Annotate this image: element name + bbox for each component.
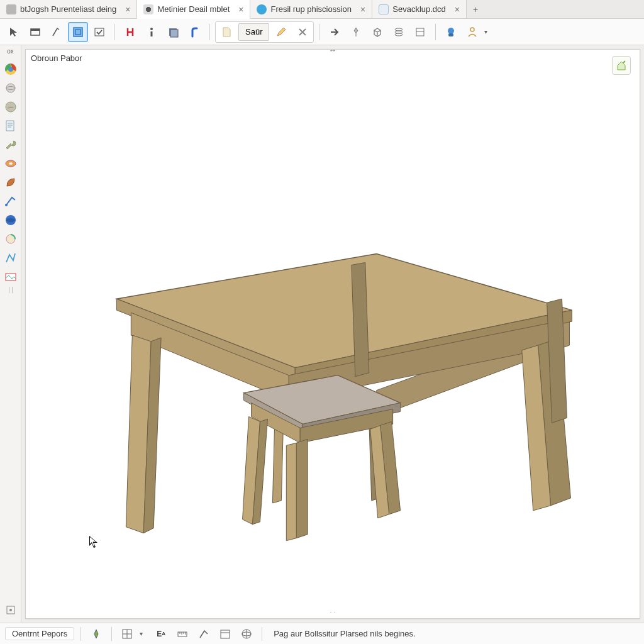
viewport-footer-mark: · · [330,608,335,616]
cube-tool[interactable] [367,22,387,42]
wrench-icon[interactable] [2,136,19,153]
person-tool[interactable] [462,22,482,42]
pencil-tool[interactable] [272,23,291,41]
status-separator [80,627,81,641]
3d-viewport[interactable]: ↔ Obroun Pabor [25,49,640,619]
layers-tool[interactable] [163,22,183,42]
chrome-icon[interactable] [2,60,19,78]
robot-tool[interactable] [441,22,461,42]
toolbox-grip[interactable] [0,287,21,293]
mouse-cursor-icon [89,535,99,549]
svg-rect-63 [221,630,230,638]
gear-icon [143,4,153,14]
tab-0[interactable]: btJogsh Purenteliast deing × [0,0,137,18]
close-icon[interactable]: × [125,5,130,14]
tab-3[interactable]: Sevacklup.dcd × [372,0,467,18]
screenshot-icon[interactable] [2,268,19,286]
toolbar-separator [319,24,319,40]
status-bar: Oentrnt Pepors ▾ EA Pag aur Bollssitur P… [0,623,644,644]
snap-icon[interactable] [2,601,19,619]
sweep-icon[interactable] [2,192,19,210]
status-separator [262,627,262,641]
window-tool[interactable] [25,22,45,42]
svg-point-14 [448,28,454,34]
svg-point-5 [150,28,153,30]
tab-label: Fresil rup phisciossion [270,4,352,14]
status-mode-label: Oentrnt Pepors [12,629,67,638]
doc-icon [6,4,16,14]
svg-rect-8 [170,30,178,37]
arrow-next-tool[interactable] [325,22,345,42]
svg-rect-22 [6,121,14,131]
svg-point-19 [6,84,15,92]
svg-rect-12 [416,28,424,36]
new-tab-button[interactable]: + [467,0,484,18]
svg-point-33 [9,609,12,611]
toolbox-header: ox [7,48,14,59]
tab-1[interactable]: Metinier Deail mblet × [137,0,250,19]
sheet-tool[interactable] [217,23,236,41]
select-box-tool[interactable] [68,22,88,42]
status-message: Pag aur Bollssitur Plarsed nils begines. [274,629,415,638]
world-icon[interactable] [238,626,255,642]
status-mode-button[interactable]: Oentrnt Pepors [5,627,74,640]
compass-icon[interactable] [87,626,105,642]
sphere-icon[interactable] [2,79,19,97]
main-toolbar: Saûr ▾ [0,19,644,45]
svg-rect-2 [74,28,82,36]
close-icon[interactable]: × [455,5,460,14]
svg-marker-57 [296,439,308,538]
svg-point-9 [395,28,402,31]
left-toolbox: ox [0,45,21,623]
status-separator [111,627,112,641]
pin-tool[interactable] [346,22,366,42]
tab-2[interactable]: Fresil rup phisciossion × [250,0,372,18]
viewport-container: ↔ Obroun Pabor [21,45,644,623]
sketch-icon[interactable] [195,626,213,642]
workspace: ox ↔ Obroun Pabor [0,45,644,623]
dropdown-icon[interactable]: ▾ [481,22,490,42]
close-icon[interactable]: × [238,5,243,14]
svg-point-16 [470,28,474,31]
extrude-tool[interactable] [184,22,204,42]
pen-angle-tool[interactable] [47,22,67,42]
torus-icon[interactable] [2,155,19,172]
tab-label: Metinier Deail mblet [157,4,230,14]
globe-icon[interactable] [2,211,19,229]
calendar-icon[interactable] [216,626,234,642]
model-scene [26,50,640,618]
grid-icon[interactable] [118,626,136,642]
tab-label: btJogsh Purenteliast deing [20,4,116,14]
svg-point-10 [395,31,402,33]
app-icon [257,4,267,14]
path-icon[interactable] [2,249,19,267]
svg-rect-6 [151,31,153,36]
measure-icon[interactable] [174,626,191,642]
environment-icon[interactable] [2,98,19,116]
tab-label: Sevacklup.dcd [392,4,446,14]
svg-point-11 [395,33,402,36]
checklist-tool[interactable] [89,22,109,42]
save-label: Saûr [245,27,262,36]
svg-point-28 [5,204,8,206]
delete-tool[interactable] [293,23,312,41]
svg-rect-1 [31,29,40,31]
save-button[interactable]: Saûr [238,23,269,41]
svg-marker-58 [286,443,296,540]
loop-icon[interactable] [2,230,19,248]
leaf-icon[interactable] [2,174,19,191]
constraint-tool[interactable] [120,22,140,42]
svg-rect-15 [448,33,453,36]
info-tool[interactable] [142,22,162,42]
notes-icon[interactable] [2,117,19,135]
save-group: Saûr [215,21,314,43]
document-tabs: btJogsh Purenteliast deing × Metinier De… [0,0,644,19]
panel-tool[interactable] [410,22,430,42]
toolbar-separator [114,24,115,40]
stack-tool[interactable] [389,22,409,42]
close-icon[interactable]: × [360,5,365,14]
file-icon [379,4,389,14]
cursor-tool[interactable] [4,22,24,42]
text-scale-icon[interactable]: EA [152,626,170,642]
dropdown-icon[interactable]: ▾ [140,630,148,637]
